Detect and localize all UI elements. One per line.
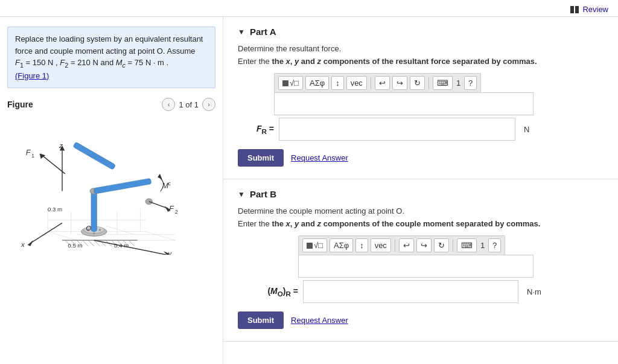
svg-text:0.4 m: 0.4 m [114,243,129,249]
svg-text:1: 1 [31,153,34,159]
problem-box: Replace the loading system by an equival… [7,27,215,88]
part-a-description: Determine the resultant force. [238,44,604,53]
svg-text:2: 2 [175,209,178,215]
review-link[interactable]: Review [570,5,608,14]
svg-text:0.5 m: 0.5 m [68,243,83,249]
svg-text:c: c [168,180,171,187]
part-b-input-field[interactable] [304,281,518,302]
figure-link[interactable]: (Figure 1) [15,71,49,80]
svg-text:0.3 m: 0.3 m [48,206,62,212]
svg-point-30 [98,229,101,231]
part-b-collapse[interactable]: ▼ [238,190,245,199]
nav-next-button[interactable]: › [202,98,215,111]
svg-rect-33 [91,191,97,232]
part-b-unit: N·m [527,287,541,296]
part-b-num: 1 [479,241,486,250]
part-a-actions: Submit Request Answer [238,149,604,167]
figure-section: Figure ‹ 1 of 1 › [7,98,215,354]
part-b-btn-vec[interactable]: vec [371,238,391,252]
part-a-section: ▼ Part A Determine the resultant force. … [223,17,618,179]
right-panel: ▼ Part A Determine the resultant force. … [223,17,618,364]
part-a-submit-button[interactable]: Submit [238,149,284,167]
part-a-btn-arrow[interactable]: ↕ [331,76,344,90]
part-b-instruction: Enter the the x, y and z components of t… [238,219,604,228]
part-a-collapse[interactable]: ▼ [238,28,245,36]
part-b-btn-refresh[interactable]: ↻ [434,238,449,252]
separator [453,240,453,252]
part-b-btn-redo[interactable]: ↪ [416,238,432,252]
figure-title: Figure [7,100,33,109]
part-b-toolbar: √□ AΣφ ↕ vec ↩ ↪ ↻ ⌨ 1 ? [298,235,505,255]
separator [395,240,395,252]
part-a-btn-redo[interactable]: ↪ [392,76,407,90]
part-a-input-block: √□ AΣφ ↕ vec ↩ ↪ ↻ ⌨ 1 ? [238,73,604,141]
part-b-section: ▼ Part B Determine the couple moment act… [223,179,618,342]
part-b-input-block: √□ AΣφ ↕ vec ↩ ↪ ↻ ⌨ 1 ? [238,235,604,303]
figure-header: Figure ‹ 1 of 1 › [7,98,215,111]
part-a-request-answer-button[interactable]: Request Answer [291,153,348,162]
part-b-btn-arrow[interactable]: ↕ [355,238,368,252]
part-b-title: Part B [250,189,276,199]
svg-text:O: O [86,225,91,232]
top-bar: Review [0,0,618,17]
main-layout: Replace the loading system by an equival… [0,17,618,364]
part-a-btn-vec[interactable]: vec [346,76,367,90]
part-b-header: ▼ Part B [238,189,604,199]
left-panel: Replace the loading system by an equival… [0,17,223,364]
part-a-btn-refresh[interactable]: ↻ [410,76,425,90]
part-a-btn-sqrt[interactable]: √□ [278,76,303,90]
figure-diagram: z x y [7,116,215,255]
review-label: Review [582,5,608,14]
page-indicator: 1 of 1 [179,100,199,109]
problem-line1: Replace the loading system by an equival… [15,33,208,45]
nav-prev-button[interactable]: ‹ [162,98,175,111]
part-a-unit: N [524,125,529,134]
part-a-btn-sigma[interactable]: AΣφ [305,76,329,90]
separator [428,77,429,89]
part-b-btn-help[interactable]: ? [488,238,501,252]
part-a-input-container [274,92,534,115]
part-b-input-row: (MO)R = N·m [238,280,604,303]
part-a-label: FR = [238,124,274,135]
part-b-label: (MO)R = [238,286,298,298]
part-a-instruction: Enter the the x, y and z components of t… [238,57,604,66]
part-a-title: Part A [250,27,276,37]
figure-nav: ‹ 1 of 1 › [162,98,215,111]
part-b-btn-undo[interactable]: ↩ [399,238,414,252]
part-b-description: Determine the couple moment acting at po… [238,206,604,216]
svg-point-32 [93,232,95,235]
square-icon [282,80,288,86]
part-b-btn-sigma[interactable]: AΣφ [330,238,353,252]
part-b-btn-keyboard[interactable]: ⌨ [457,238,477,252]
part-b-btn-sqrt[interactable]: √□ [302,238,327,252]
part-b-submit-button[interactable]: Submit [238,311,284,329]
problem-line2: force and couple moment acting at point … [15,45,208,57]
review-icon [570,6,580,13]
part-a-header: ▼ Part A [238,27,604,37]
svg-text:z: z [59,142,63,149]
part-a-input-row: FR = N [238,118,604,141]
part-b-request-answer-button[interactable]: Request Answer [291,316,348,325]
part-a-btn-keyboard[interactable]: ⌨ [433,76,453,90]
part-a-btn-undo[interactable]: ↩ [375,76,390,90]
part-a-btn-help[interactable]: ? [464,76,477,90]
problem-math: F1 = 150 N , F2 = 210 N and Mc = 75 N · … [15,57,208,70]
part-a-num: 1 [455,78,462,88]
separator [371,77,371,89]
part-b-input-container [298,255,534,278]
part-b-actions: Submit Request Answer [238,311,604,329]
part-a-toolbar: √□ AΣφ ↕ vec ↩ ↪ ↻ ⌨ 1 ? [274,73,481,92]
part-a-input-field[interactable] [279,118,515,140]
square-icon [307,243,313,249]
